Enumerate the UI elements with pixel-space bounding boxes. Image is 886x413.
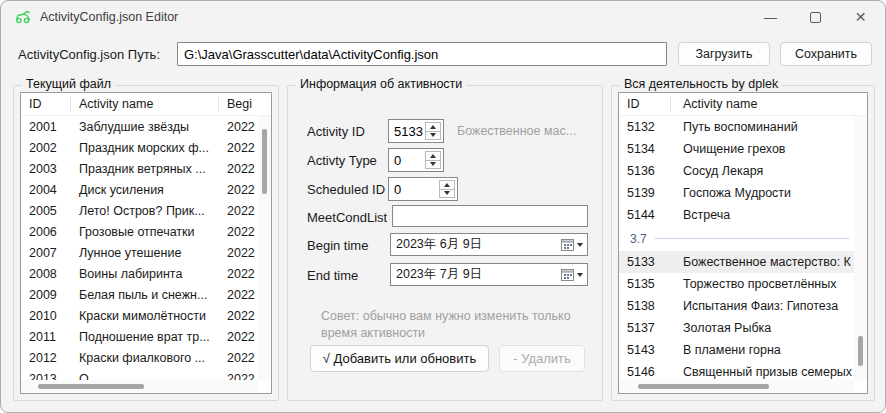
horizontal-scrollbar-thumb[interactable] xyxy=(38,384,144,389)
activity-info-group: Информация об активности Activity ID Бож… xyxy=(287,85,603,401)
table-row[interactable]: 5134Очищение грехов xyxy=(619,138,854,160)
column-header-id[interactable]: ID xyxy=(619,96,671,112)
current-file-rows: 2001Заблудшие звёзды2022 2002Праздник мо… xyxy=(21,116,258,380)
table-row[interactable]: 2006Грозовые отпечатки2022 xyxy=(21,221,258,242)
vertical-scrollbar[interactable] xyxy=(854,116,867,380)
path-label: ActivityConfig.json Путь: xyxy=(18,47,160,62)
all-activities-table-header: ID Activity name xyxy=(619,93,867,116)
activity-type-input[interactable] xyxy=(389,149,425,171)
group-separator-line xyxy=(655,238,849,239)
spin-down-icon[interactable] xyxy=(440,189,454,198)
spin-down-icon[interactable] xyxy=(426,160,440,169)
column-header-begin[interactable]: Begi xyxy=(219,96,271,112)
table-row[interactable]: 5144Встреча xyxy=(619,204,854,226)
begin-time-value: 2023年 6月 9日 xyxy=(391,236,561,253)
path-input[interactable] xyxy=(177,42,667,66)
table-row[interactable]: 2003Праздник ветряных ...2022 xyxy=(21,158,258,179)
calendar-icon xyxy=(561,269,574,281)
dropdown-icon[interactable] xyxy=(577,273,583,277)
meetcondlist-label: MeetCondList xyxy=(307,210,387,225)
end-time-picker[interactable]: 2023年 7月 9日 xyxy=(390,263,588,286)
table-row[interactable]: 2004Диск усиления2022 xyxy=(21,179,258,200)
activity-id-note: Божественное мас... xyxy=(457,124,576,138)
table-row[interactable]: 5138Испытания Фаиз: Гипотеза xyxy=(619,295,854,317)
activity-id-spinner[interactable] xyxy=(388,119,444,143)
group-separator-label: 3.7 xyxy=(630,232,647,246)
titlebar: ActivityConfig.json Editor — ✕ xyxy=(1,1,885,33)
activity-type-label: Activty Type xyxy=(307,153,377,168)
current-file-table-header: ID Activity name Begi xyxy=(21,93,271,116)
maximize-icon[interactable] xyxy=(793,1,838,33)
end-time-label: End time xyxy=(307,268,358,283)
table-row[interactable]: 2007Лунное утешение2022 xyxy=(21,242,258,263)
caption-buttons: — ✕ xyxy=(748,1,883,33)
table-row[interactable]: 5135Торжество просветлённых xyxy=(619,273,854,295)
activity-id-input[interactable] xyxy=(389,120,425,142)
table-row[interactable]: 2013О...2022 xyxy=(21,368,258,380)
all-activities-group: Вся деятельность by dplek ID Activity na… xyxy=(611,85,875,401)
table-row[interactable]: 5139Госпожа Мудрости xyxy=(619,182,854,204)
minimize-icon[interactable]: — xyxy=(748,1,793,33)
all-activities-group-title: Вся деятельность by dplek xyxy=(620,77,782,91)
calendar-icon xyxy=(561,239,574,251)
horizontal-scrollbar-thumb[interactable] xyxy=(638,384,769,389)
spin-up-icon[interactable] xyxy=(426,152,440,160)
current-file-group: Текущий файл ID Activity name Begi 2001З… xyxy=(13,85,279,401)
table-row[interactable]: 2001Заблудшие звёзды2022 xyxy=(21,116,258,137)
column-header-activity-name[interactable]: Activity name xyxy=(71,96,219,112)
table-row[interactable]: 5136Сосуд Лекаря xyxy=(619,160,854,182)
app-window: ActivityConfig.json Editor — ✕ ActivityC… xyxy=(0,0,886,413)
vertical-scrollbar-thumb[interactable] xyxy=(262,129,267,194)
spin-up-icon[interactable] xyxy=(426,123,440,131)
close-icon[interactable]: ✕ xyxy=(838,1,883,33)
table-row[interactable]: 5146Священный призыв семерых xyxy=(619,361,854,380)
vertical-scrollbar-thumb[interactable] xyxy=(858,336,863,366)
dropdown-icon[interactable] xyxy=(577,243,583,247)
delete-button[interactable]: - Удалить xyxy=(499,345,585,372)
group-separator: 3.7 xyxy=(619,226,854,251)
scheduled-id-input[interactable] xyxy=(389,178,439,200)
vertical-scrollbar[interactable] xyxy=(258,116,271,380)
table-row[interactable]: 2008Воины лабиринта2022 xyxy=(21,263,258,284)
all-activities-rows: 5132Путь воспоминаний 5134Очищение грехо… xyxy=(619,116,854,380)
table-row[interactable]: 5143В пламени горна xyxy=(619,339,854,361)
begin-time-label: Begin time xyxy=(307,238,368,253)
window-title: ActivityConfig.json Editor xyxy=(40,10,178,24)
column-header-id[interactable]: ID xyxy=(21,96,71,112)
hint-text: Совет: обычно вам нужно изменить только … xyxy=(321,308,581,342)
end-time-value: 2023年 7月 9日 xyxy=(391,266,561,283)
activity-id-label: Activity ID xyxy=(307,124,365,139)
load-button[interactable]: Загрузить xyxy=(678,42,770,66)
all-activities-table: ID Activity name 5132Путь воспоминаний 5… xyxy=(618,92,868,394)
table-row[interactable]: 2012Краски фиалкового ...2022 xyxy=(21,347,258,368)
table-row[interactable]: 2009Белая пыль и снежн...2022 xyxy=(21,284,258,305)
table-row[interactable]: 2005Лето! Остров? Прик...2022 xyxy=(21,200,258,221)
table-row[interactable]: 5132Путь воспоминаний xyxy=(619,116,854,138)
save-button[interactable]: Сохранить xyxy=(780,42,872,66)
scheduled-id-label: Scheduled ID xyxy=(307,182,385,197)
table-row[interactable]: 5137Золотая Рыбка xyxy=(619,317,854,339)
horizontal-scrollbar[interactable] xyxy=(21,380,258,393)
current-file-table: ID Activity name Begi 2001Заблудшие звёз… xyxy=(20,92,272,394)
horizontal-scrollbar[interactable] xyxy=(619,380,854,393)
app-icon xyxy=(14,9,32,25)
table-row[interactable]: 2002Праздник морских ф...2022 xyxy=(21,137,258,158)
begin-time-picker[interactable]: 2023年 6月 9日 xyxy=(390,233,588,256)
activity-type-spinner[interactable] xyxy=(388,148,444,172)
table-row[interactable]: 2011Подношение врат тр...2022 xyxy=(21,326,258,347)
table-row-selected[interactable]: 5133Божественное мастерство: К xyxy=(619,251,854,273)
current-file-group-title: Текущий файл xyxy=(22,77,115,91)
meetcondlist-input[interactable] xyxy=(392,205,588,227)
spin-down-icon[interactable] xyxy=(426,131,440,140)
activity-info-group-title: Информация об активности xyxy=(296,77,466,91)
column-header-activity-name[interactable]: Activity name xyxy=(671,96,867,112)
add-or-update-button[interactable]: √ Добавить или обновить xyxy=(310,345,489,372)
scheduled-id-spinner[interactable] xyxy=(388,177,458,201)
spin-up-icon[interactable] xyxy=(440,181,454,189)
table-row[interactable]: 2010Краски мимолётности2022 xyxy=(21,305,258,326)
